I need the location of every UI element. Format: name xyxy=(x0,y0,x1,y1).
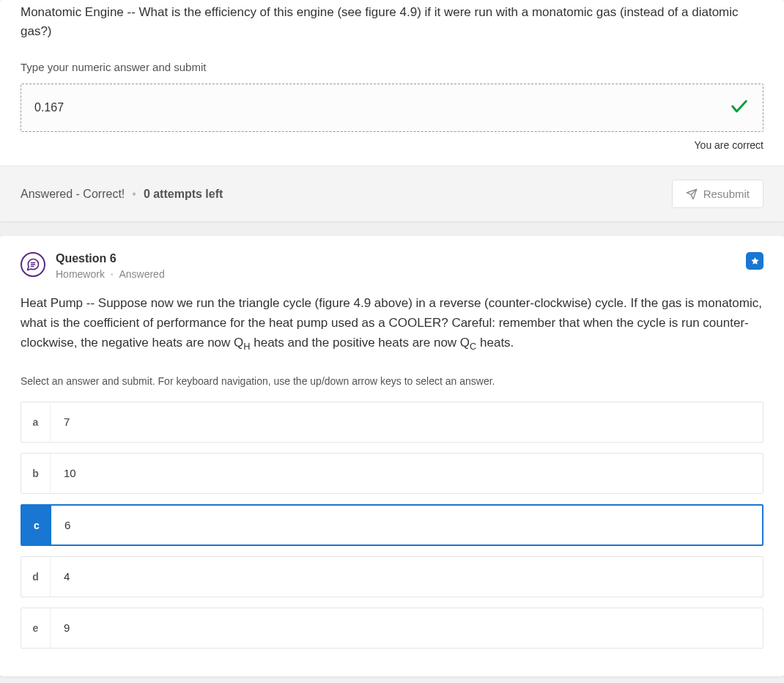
question-subtitle: Homework • Answered xyxy=(56,268,165,280)
footer-status: Answered - Correct! • 0 attempts left xyxy=(21,188,223,201)
question5-prompt: Monatomic Engine -- What is the efficien… xyxy=(21,3,763,40)
choice-e[interactable]: e9 xyxy=(21,608,763,649)
question-status: Answered xyxy=(119,268,164,280)
question-type: Homework xyxy=(56,268,105,280)
choice-value: 9 xyxy=(51,608,763,648)
dot-separator: • xyxy=(132,188,136,201)
choice-letter: c xyxy=(22,506,51,544)
numeric-answer-input[interactable]: 0.167 xyxy=(21,84,763,132)
question6-card: Question 6 Homework • Answered Heat Pump… xyxy=(0,236,784,676)
resubmit-button[interactable]: Resubmit xyxy=(672,180,763,208)
question6-header: Question 6 Homework • Answered xyxy=(0,236,784,293)
question6-body: Heat Pump -- Suppose now we run the tria… xyxy=(0,293,784,676)
status-text: Answered - Correct! xyxy=(21,188,125,201)
choice-b[interactable]: b10 xyxy=(21,453,763,494)
paper-plane-icon xyxy=(686,188,698,200)
choice-value: 10 xyxy=(51,454,763,493)
choice-letter: b xyxy=(21,454,51,493)
resubmit-label: Resubmit xyxy=(703,188,750,200)
selection-hint: Select an answer and submit. For keyboar… xyxy=(21,375,763,387)
choice-value: 4 xyxy=(51,557,763,597)
checkmark-icon xyxy=(729,96,750,119)
question5-body: Monatomic Engine -- What is the efficien… xyxy=(0,0,784,166)
attempts-left: 0 attempts left xyxy=(144,188,223,201)
choice-d[interactable]: d4 xyxy=(21,556,763,597)
answer-value: 0.167 xyxy=(34,101,64,114)
choice-value: 6 xyxy=(51,506,762,544)
chat-bubble-icon[interactable] xyxy=(21,252,45,277)
choice-value: 7 xyxy=(51,402,763,442)
question6-prompt: Heat Pump -- Suppose now we run the tria… xyxy=(21,293,763,355)
choice-letter: d xyxy=(21,557,51,597)
choice-letter: a xyxy=(21,402,51,442)
dot-separator: • xyxy=(111,270,114,278)
question-title: Question 6 xyxy=(56,252,165,265)
correct-feedback: You are correct xyxy=(21,139,763,151)
choice-c[interactable]: c6 xyxy=(21,504,763,546)
question5-footer: Answered - Correct! • 0 attempts left Re… xyxy=(0,166,784,221)
choices-container: a7b10c6d4e9 xyxy=(21,402,763,649)
question5-card: Monatomic Engine -- What is the efficien… xyxy=(0,0,784,221)
answer-instruction: Type your numeric answer and submit xyxy=(21,61,763,73)
choice-letter: e xyxy=(21,608,51,648)
choice-a[interactable]: a7 xyxy=(21,402,763,443)
star-badge-icon[interactable] xyxy=(746,252,763,270)
